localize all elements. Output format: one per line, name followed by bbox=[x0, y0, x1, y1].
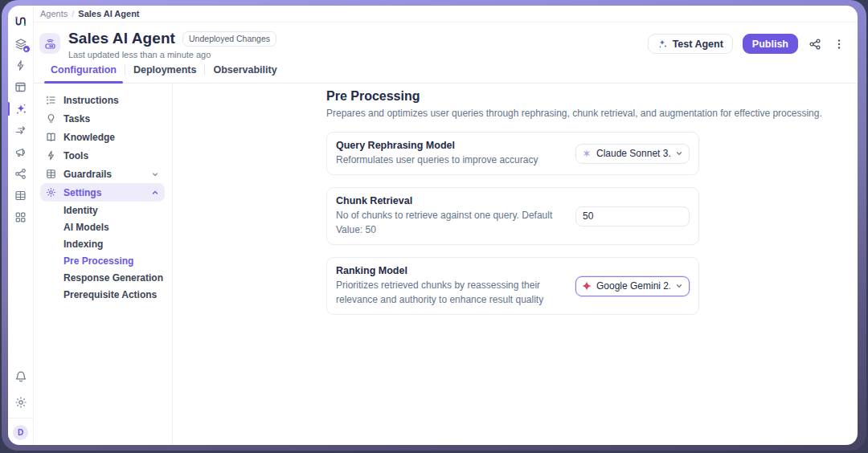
claude-model-icon bbox=[582, 149, 592, 158]
stack-layers-icon[interactable] bbox=[10, 33, 31, 55]
automation-bolt-icon[interactable] bbox=[10, 55, 31, 76]
test-agent-label: Test Agent bbox=[673, 39, 723, 50]
agent-badge bbox=[23, 45, 31, 53]
section-title: Pre Processing bbox=[326, 89, 858, 104]
grid-icon bbox=[46, 169, 57, 179]
sidebar-item-guardrails[interactable]: Guardrails bbox=[40, 165, 165, 183]
breadcrumb-agents[interactable]: Agents bbox=[40, 9, 68, 18]
notifications-bell-icon[interactable] bbox=[10, 365, 31, 387]
chevron-down-icon bbox=[675, 149, 683, 157]
last-updated-text: Last updated less than a minute ago bbox=[68, 50, 648, 59]
sidebar-child-label: Response Generation bbox=[63, 272, 163, 284]
card-description: Prioritizes retrieved chunks by reassess… bbox=[336, 279, 566, 307]
apps-grid-icon[interactable] bbox=[10, 206, 31, 228]
page-header: Sales AI Agent Undeployed Changes Last u… bbox=[34, 22, 858, 59]
more-options-icon[interactable] bbox=[832, 37, 846, 51]
share-nodes-icon[interactable] bbox=[10, 163, 31, 185]
undeployed-changes-badge: Undeployed Changes bbox=[182, 31, 276, 47]
test-agent-sparkle-icon bbox=[657, 39, 668, 49]
selected-model-text: Claude Sonnet 3.5 (Bedr... bbox=[596, 148, 670, 159]
card-description: No of chunks to retrieve against one que… bbox=[336, 209, 566, 237]
book-icon bbox=[46, 132, 57, 142]
sidebar-item-tools[interactable]: Tools bbox=[40, 146, 165, 165]
sidebar-child-label: Indexing bbox=[63, 239, 103, 250]
chevron-up-icon bbox=[151, 189, 159, 197]
chunk-retrieval-input[interactable] bbox=[575, 206, 690, 226]
agent-avatar-icon bbox=[39, 33, 60, 54]
publish-button[interactable]: Publish bbox=[743, 34, 798, 54]
breadcrumb-separator: / bbox=[72, 9, 74, 18]
sidebar-item-indexing[interactable]: Indexing bbox=[40, 235, 165, 252]
sidebar-label: Tasks bbox=[63, 113, 90, 124]
content-column: Agents / Sales AI Agent Sales AI Agent U… bbox=[34, 6, 858, 445]
app-window: D Agents / Sales AI Agent Sales AI Agent… bbox=[8, 6, 858, 445]
ranking-model-card: Ranking Model Prioritizes retrieved chun… bbox=[326, 257, 699, 315]
page-title: Sales AI Agent bbox=[68, 30, 175, 47]
active-rail-indicator bbox=[8, 102, 10, 116]
query-rephrasing-model-card: Query Rephrasing Model Reformulates user… bbox=[326, 132, 699, 175]
sidebar-child-label: Pre Processing bbox=[63, 255, 133, 267]
sidebar-label: Knowledge bbox=[63, 132, 115, 143]
selected-model-text: Google Gemini 2.5 Flash (( bbox=[596, 280, 670, 292]
sidebar-item-identity[interactable]: Identity bbox=[40, 202, 165, 218]
sidebar-item-prerequisite-actions[interactable]: Prerequisite Actions bbox=[40, 286, 165, 303]
data-table-icon[interactable] bbox=[10, 185, 31, 206]
tab-observability[interactable]: Observability bbox=[205, 64, 285, 83]
bolt-icon bbox=[46, 150, 57, 161]
sidebar-item-knowledge[interactable]: Knowledge bbox=[40, 128, 165, 146]
sidebar-child-label: Prerequisite Actions bbox=[63, 289, 157, 300]
settings-gear-icon[interactable] bbox=[10, 391, 31, 413]
sidebar-label: Settings bbox=[63, 187, 101, 198]
card-label: Ranking Model bbox=[336, 265, 566, 276]
publish-label: Publish bbox=[752, 39, 788, 50]
gear-icon bbox=[46, 187, 57, 198]
tab-bar: Configuration Deployments Observability bbox=[34, 59, 858, 84]
breadcrumb: Agents / Sales AI Agent bbox=[34, 6, 858, 22]
sidebar-label: Instructions bbox=[63, 95, 119, 106]
sidebar-item-instructions[interactable]: Instructions bbox=[40, 91, 165, 109]
ranking-model-select[interactable]: Google Gemini 2.5 Flash (( bbox=[575, 276, 690, 296]
sidebar-child-label: Identity bbox=[63, 205, 98, 216]
lightbulb-icon bbox=[46, 113, 57, 124]
tab-deployments[interactable]: Deployments bbox=[125, 64, 205, 83]
sidebar-item-pre-processing[interactable]: Pre Processing bbox=[40, 252, 165, 269]
user-avatar[interactable]: D bbox=[13, 425, 28, 440]
workflow-arrows-icon[interactable] bbox=[10, 120, 31, 141]
breadcrumb-current: Sales AI Agent bbox=[78, 9, 139, 18]
card-description: Reformulates user queries to improve acc… bbox=[336, 153, 566, 167]
sidebar-child-label: AI Models bbox=[63, 222, 109, 233]
tab-configuration[interactable]: Configuration bbox=[43, 64, 125, 83]
chevron-down-icon bbox=[151, 170, 159, 178]
chunk-retrieval-card: Chunk Retrieval No of chunks to retrieve… bbox=[326, 187, 699, 245]
sidebar-item-settings[interactable]: Settings bbox=[40, 183, 165, 202]
main-panel: Pre Processing Prepares and optimizes us… bbox=[173, 84, 858, 445]
icon-rail: D bbox=[8, 6, 34, 445]
config-sidebar: Instructions Tasks bbox=[34, 84, 173, 445]
gemini-model-icon bbox=[582, 281, 592, 291]
card-label: Query Rephrasing Model bbox=[336, 140, 566, 151]
chevron-down-icon bbox=[675, 282, 683, 290]
megaphone-icon[interactable] bbox=[10, 141, 31, 163]
share-icon[interactable] bbox=[808, 37, 822, 51]
ai-agents-sparkle-icon[interactable] bbox=[10, 98, 31, 120]
sidebar-label: Tools bbox=[63, 150, 88, 161]
sidebar-item-tasks[interactable]: Tasks bbox=[40, 109, 165, 128]
section-description: Prepares and optimizes user queries thro… bbox=[326, 108, 858, 119]
interfaces-panel-icon[interactable] bbox=[10, 76, 31, 98]
sidebar-item-ai-models[interactable]: AI Models bbox=[40, 218, 165, 235]
card-label: Chunk Retrieval bbox=[336, 195, 566, 206]
unifyapps-logo[interactable] bbox=[10, 11, 31, 33]
sidebar-label: Guardrails bbox=[63, 169, 112, 180]
test-agent-button[interactable]: Test Agent bbox=[648, 34, 733, 54]
sidebar-item-response-generation[interactable]: Response Generation bbox=[40, 269, 165, 286]
numbered-list-icon bbox=[46, 95, 57, 105]
query-rephrasing-model-select[interactable]: Claude Sonnet 3.5 (Bedr... bbox=[575, 144, 690, 164]
